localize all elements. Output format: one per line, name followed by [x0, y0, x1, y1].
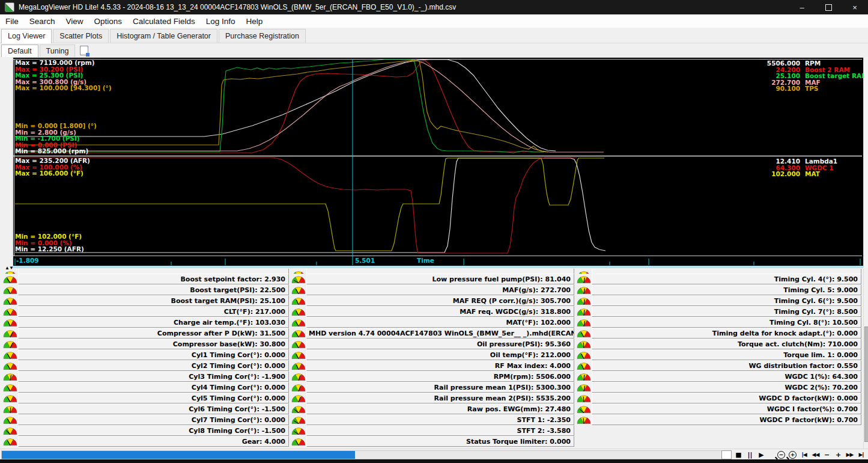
gauge-value-field[interactable]: STFT 1: -2.350 [306, 414, 574, 425]
gauge-row[interactable]: WGDC P factor(kW): 0.700 [576, 414, 861, 425]
skip-start-button[interactable]: |◀ [798, 450, 810, 459]
gauge-row[interactable]: WGDC I factor(%): 0.700 [576, 403, 861, 414]
gauge-value-field[interactable]: MAF REQ (P corr.)(g/s): 305.700 [306, 295, 574, 306]
play-button[interactable]: ▶ [756, 450, 767, 459]
zoom-in-button[interactable]: + [787, 450, 798, 459]
maximize-button[interactable] [815, 0, 842, 14]
gauge-row[interactable]: Cyl3 Timing Cor(°): -1.900 [2, 371, 289, 382]
tab-histogram-table-generator[interactable]: Histogram / Table Generator [110, 29, 217, 43]
gauge-row[interactable]: Timing Cyl. 5: 9.000 [576, 284, 861, 295]
horizontal-scrollbar[interactable] [1, 450, 722, 459]
gauge-value-field[interactable]: WGDC 1(%): 64.300 [592, 371, 861, 382]
gauge-value-field[interactable]: Cyl3 Timing Cor(°): -1.900 [18, 371, 289, 382]
menu-item-file[interactable]: File [0, 16, 24, 26]
gauge-value-field[interactable]: Rail pressure mean 1(PSI): 5300.300 [306, 382, 574, 393]
gauge-value-field[interactable]: MAF req. WGDC(g/s): 318.800 [306, 306, 574, 317]
gauge-row[interactable]: MAT(°F): 102.000 [291, 317, 574, 328]
gauge-value-field[interactable]: Low pressure fuel pump(PSI): 81.040 [306, 274, 574, 284]
gauge-row[interactable]: STFT 2: -3.580 [291, 425, 574, 436]
gauge-row[interactable]: MHD version 4.74 00004ACF147803 WinOLS_(… [291, 328, 574, 339]
skip-end-button[interactable]: ▶| [855, 450, 867, 459]
gauge-row[interactable]: STFT 1: -2.350 [291, 414, 574, 425]
gauge-value-field[interactable]: Compressor base(kW): 30.800 [18, 339, 289, 349]
gauge-value-field[interactable]: MHD version 4.74 00004ACF147803 WinOLS_(… [306, 328, 574, 339]
gauge-row[interactable]: Oil pressure(PSI): 95.360 [291, 339, 574, 349]
gauge-row[interactable]: WGDC 2(%): 70.200 [576, 382, 861, 393]
tab-purchase-registration[interactable]: Purchase Registration [219, 29, 306, 43]
gauge-row[interactable]: Charge air temp.(°F): 103.030 [2, 317, 289, 328]
gauge-value-field[interactable]: Gear: 4.000 [18, 436, 289, 447]
gauge-value-field[interactable]: Boost setpoint factor: 2.930 [18, 274, 289, 284]
gauge-value-field[interactable]: Torque lim. 1: 0.000 [592, 349, 861, 360]
gauge-value-field[interactable]: Timing Cyl. 5: 9.000 [592, 284, 861, 295]
gauge-row[interactable]: Timing Cyl. 8(°): 10.500 [576, 317, 861, 328]
gauge-value-field[interactable]: WGDC D factor(kW): 0.000 [592, 393, 861, 403]
gauge-value-field[interactable]: CLT(°F): 217.000 [18, 306, 289, 317]
scrollbar-thumb[interactable] [864, 327, 868, 442]
gauge-row[interactable]: Torque act. clutch(Nm): 710.000 [576, 339, 861, 349]
gauge-row[interactable]: Oil temp(°F): 212.000 [291, 349, 574, 360]
gauge-row[interactable]: Cyl8 Timing Cor(°): -1.500 [2, 425, 289, 436]
gauge-value-field[interactable]: WG distribution factor: 0.550 [592, 360, 861, 371]
gauge-value-field[interactable]: RF Max index: 4.000 [306, 360, 574, 371]
gauge-value-field[interactable]: Status Torque limiter: 0.000 [306, 436, 574, 447]
gauge-value-field[interactable]: MAT(°F): 102.000 [306, 317, 574, 328]
minimize-button[interactable]: – [789, 0, 815, 14]
gauge-value-field[interactable]: Timing Cyl. 8(°): 10.500 [592, 317, 861, 328]
gauge-row[interactable]: RF Max index: 4.000 [291, 360, 574, 371]
gauge-value-field[interactable]: Cyl1 Timing Cor(°): 0.000 [18, 349, 289, 360]
gauge-value-field[interactable]: WGDC I factor(%): 0.700 [592, 403, 861, 414]
gauge-value-field[interactable]: Cyl8 Timing Cor(°): -1.500 [18, 425, 289, 436]
gauge-value-field[interactable]: Timing Cyl. 6(°): 9.500 [592, 295, 861, 306]
gauge-row[interactable]: Timing Cyl. 7(°): 8.500 [576, 306, 861, 317]
gauge-row[interactable]: Cyl2 Timing Cor(°): 0.000 [2, 360, 289, 371]
frame-field[interactable] [721, 450, 732, 459]
menu-item-log-info[interactable]: Log Info [201, 16, 241, 26]
menu-item-calculated-fields[interactable]: Calculated Fields [127, 16, 201, 26]
gauge-value-field[interactable]: Timing Cyl. 4(°): 9.500 [592, 274, 861, 284]
gauge-vertical-scrollbar[interactable] [863, 269, 868, 449]
gauge-value-field[interactable]: Cyl7 Timing Cor(°): 0.000 [18, 414, 289, 425]
gauge-row[interactable]: MAF(g/s): 272.700 [291, 284, 574, 295]
gauge-row[interactable]: Rail pressure mean 1(PSI): 5300.300 [291, 382, 574, 393]
gauge-row[interactable]: Timing Cyl. 6(°): 9.500 [576, 295, 861, 306]
new-view-icon[interactable] [80, 46, 88, 55]
step-forward-button[interactable]: ▶▶ [844, 450, 855, 459]
gauge-value-field[interactable]: Raw pos. EWG(mm): 27.480 [306, 403, 574, 414]
gauge-row[interactable]: Compressor after P D(kW): 31.500 [2, 328, 289, 339]
gauge-value-field[interactable]: Cyl2 Timing Cor(°): 0.000 [18, 360, 289, 371]
gauge-row[interactable]: Cyl5 Timing Cor(°): 0.000 [2, 393, 289, 403]
close-button[interactable]: × [842, 0, 868, 14]
gauge-value-field[interactable]: Boost target RAM(PSI): 25.100 [18, 295, 289, 306]
gauge-row[interactable]: Boost setpoint factor: 2.930 [2, 274, 289, 284]
gauge-row[interactable]: WGDC D factor(kW): 0.000 [576, 393, 861, 403]
gauge-row[interactable]: Boost target(PSI): 22.500 [2, 284, 289, 295]
gauge-value-field[interactable]: Cyl5 Timing Cor(°): 0.000 [18, 393, 289, 403]
gauge-row[interactable]: Status Torque limiter: 0.000 [291, 436, 574, 447]
gauge-row[interactable]: Gear: 4.000 [2, 436, 289, 447]
gauge-row[interactable]: Cyl1 Timing Cor(°): 0.000 [2, 349, 289, 360]
gauge-value-field[interactable]: Torque act. clutch(Nm): 710.000 [592, 339, 861, 349]
gauge-row[interactable]: Raw pos. EWG(mm): 27.480 [291, 403, 574, 414]
pause-button[interactable]: || [744, 450, 756, 459]
gauge-row[interactable]: Timing Cyl. 4(°): 9.500 [576, 274, 861, 284]
gauge-value-field[interactable]: WGDC 2(%): 70.200 [592, 382, 861, 393]
menu-item-options[interactable]: Options [89, 16, 128, 26]
gauge-row[interactable]: MAF REQ (P corr.)(g/s): 305.700 [291, 295, 574, 306]
menu-item-search[interactable]: Search [24, 16, 61, 26]
menu-item-view[interactable]: View [61, 16, 89, 26]
gauge-row[interactable]: Boost target RAM(PSI): 25.100 [2, 295, 289, 306]
gauge-value-field[interactable]: Oil temp(°F): 212.000 [306, 349, 574, 360]
gauge-value-field[interactable]: Compressor after P D(kW): 31.500 [18, 328, 289, 339]
menu-item-help[interactable]: Help [240, 16, 268, 26]
splitter-arrows-icon[interactable]: ▲▼ [5, 265, 13, 271]
gauge-value-field[interactable]: Cyl6 Timing Cor(°): -1.500 [18, 403, 289, 414]
gauge-value-field[interactable]: Charge air temp.(°F): 103.030 [18, 317, 289, 328]
view-tab-default[interactable]: Default [1, 44, 38, 57]
gauge-value-field[interactable]: Boost target(PSI): 22.500 [18, 284, 289, 295]
stop-button[interactable]: ■ [733, 450, 744, 459]
gauge-row[interactable]: Cyl4 Timing Cor(°): 0.000 [2, 382, 289, 393]
tab-scatter-plots[interactable]: Scatter Plots [53, 29, 109, 43]
log-chart[interactable]: Max = 7119.000 (rpm)Max = 30.200 (PSI)Ma… [12, 57, 863, 268]
gauge-row[interactable]: Cyl6 Timing Cor(°): -1.500 [2, 403, 289, 414]
